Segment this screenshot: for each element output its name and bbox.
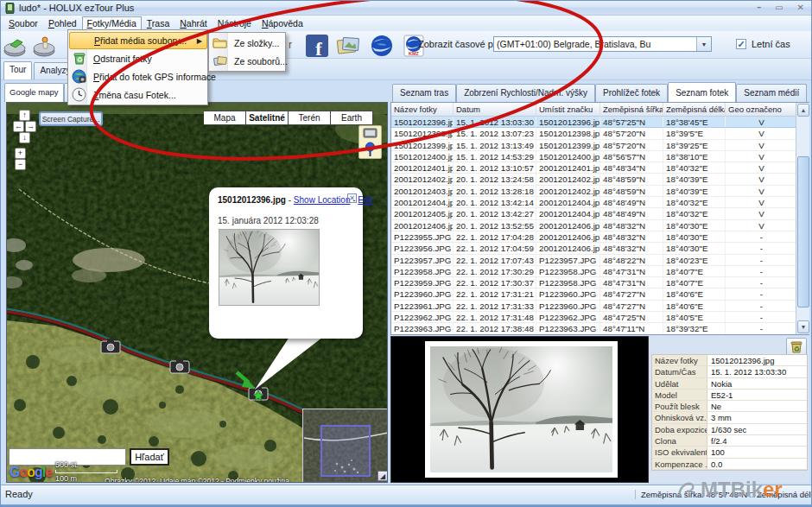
scale-upper-label: 500 st.: [55, 460, 117, 469]
close-button[interactable]: ✕: [797, 3, 804, 12]
table-row[interactable]: P1223958.JPG 22. 1. 2012 17:30:29 P12239…: [391, 266, 809, 277]
scrollbar-thumb[interactable]: [797, 156, 809, 307]
map-type-button[interactable]: Terén: [289, 111, 331, 125]
scroll-up-arrow[interactable]: ▲: [797, 104, 809, 117]
menu-item-add-media[interactable]: Přidat média soubory... ▶: [69, 32, 207, 49]
column-header[interactable]: Zeměpisná délka: [663, 103, 726, 116]
property-value: f/2.4: [707, 435, 807, 446]
minimap-viewport[interactable]: [320, 425, 371, 477]
property-label: Ohnisková vz...: [652, 412, 707, 422]
property-value: 3 mm: [707, 412, 807, 422]
copyright-terms-link[interactable]: Podmienky použitia: [225, 477, 289, 483]
google-earth-icon[interactable]: [370, 34, 394, 57]
minimize-button[interactable]: –: [757, 3, 761, 12]
column-header[interactable]: Název fotky: [391, 103, 454, 116]
table-row[interactable]: 15012012399.jpg 15. 1. 2012 13:13:49 150…: [391, 140, 809, 151]
table-row[interactable]: P1223962.JPG 22. 1. 2012 17:31:48 P12239…: [391, 312, 809, 323]
table-row[interactable]: 20012012406.jpg 20. 1. 2012 13:52:55 200…: [391, 220, 809, 231]
map-type-button[interactable]: Earth: [331, 111, 373, 125]
map-type-button[interactable]: Satelitné: [246, 111, 289, 125]
balloon-title-row: 15012012396.jpg - Show Location - Edit: [218, 195, 356, 205]
balloon-photo-thumbnail[interactable]: [219, 229, 320, 306]
zoom-out-button[interactable]: −: [15, 159, 26, 170]
table-row[interactable]: 20012012404.jpg 20. 1. 2012 13:42:14 200…: [391, 197, 809, 208]
column-header[interactable]: Umístit značku: [536, 103, 600, 116]
menu-item[interactable]: Fotky/Média: [82, 16, 142, 30]
device-read-icon[interactable]: [3, 34, 27, 57]
copyright-imagery-link[interactable]: Obrázky ©2012: [105, 477, 155, 483]
device-upload-icon[interactable]: [32, 34, 56, 57]
table-row[interactable]: 20012012402.jpg 20. 1. 2012 13:24:58 200…: [391, 174, 809, 185]
map-search-button[interactable]: Hľadať: [130, 448, 169, 466]
scroll-down-arrow[interactable]: ▼: [797, 320, 809, 333]
table-row[interactable]: 20012012401.jpg 20. 1. 2012 13:10:57 200…: [391, 162, 809, 174]
menu-item[interactable]: Nahrát: [174, 16, 213, 30]
table-row[interactable]: P1223956.JPG 22. 1. 2012 17:04:59 200120…: [391, 243, 809, 254]
table-row[interactable]: P1223963.JPG 22. 1. 2012 17:38:48 P12239…: [391, 323, 809, 334]
folder-icon: [213, 35, 227, 50]
facebook-icon[interactable]: f: [305, 34, 329, 57]
media-overlay-control[interactable]: [358, 125, 382, 159]
timezone-combobox[interactable]: (GMT+01:00) Belgrade, Bratislava, Bu ▼: [493, 36, 712, 52]
right-panel-tab[interactable]: Seznam médií: [736, 84, 807, 102]
table-row[interactable]: 15012012396.jpg 15. 1. 2012 13:03:30 150…: [391, 117, 809, 128]
summer-time-label: Letní čas: [752, 39, 790, 49]
screen-capture-button[interactable]: Screen Capture...: [39, 111, 103, 126]
menu-item[interactable]: Soubor: [3, 16, 43, 30]
menu-item[interactable]: Nástroje: [213, 16, 257, 30]
column-header[interactable]: Datum: [454, 103, 536, 116]
submenu-item-from-files[interactable]: Ze souborů...: [210, 52, 285, 70]
table-scrollbar[interactable]: ▲ ▼: [796, 103, 809, 334]
balloon-close-icon[interactable]: ✕: [347, 193, 357, 203]
summer-time-checkbox[interactable]: ✓: [736, 39, 746, 49]
pan-right-button[interactable]: →: [25, 121, 36, 132]
photo-preview[interactable]: [430, 346, 612, 472]
gps-globe-icon: [72, 69, 86, 84]
menu-item-change-photo-time[interactable]: Změna času Fotek...: [69, 86, 207, 104]
show-location-link[interactable]: Show Location: [294, 195, 351, 205]
right-panel-tab[interactable]: Seznam tras: [392, 84, 456, 102]
delete-photo-button[interactable]: ♻: [786, 338, 807, 356]
menu-item-add-gps-info[interactable]: Přidat do fotek GPS informace: [69, 68, 207, 86]
map-panel-tab[interactable]: Google mapy: [4, 83, 64, 102]
zoom-in-button[interactable]: +: [15, 148, 26, 159]
copyright-mapdata-link[interactable]: Údaje máp ©2012: [160, 477, 219, 483]
combobox-dropdown-arrow[interactable]: ▼: [696, 37, 711, 51]
right-panel-tab[interactable]: Prohlížeč fotek: [595, 84, 668, 102]
pan-down-button[interactable]: ↓: [19, 132, 30, 143]
maximize-button[interactable]: ▭: [775, 3, 783, 12]
table-row[interactable]: 15012012398.jpg 15. 1. 2012 13:07:23 150…: [391, 128, 809, 139]
menu-item[interactable]: Nápověda: [257, 16, 308, 30]
submenu-item-from-folder[interactable]: Ze složky...: [210, 34, 285, 52]
property-row: ISO ekvivalent 100: [652, 447, 807, 458]
pan-up-button[interactable]: ↑: [19, 110, 30, 121]
table-row[interactable]: P1223961.JPG 22. 1. 2012 17:31:33 P12239…: [391, 301, 809, 312]
table-row[interactable]: P1223955.JPG 22. 1. 2012 17:04:28 200120…: [391, 231, 809, 243]
right-tab-row: Seznam trasZobrzení Rychlosti/Nadm. výšk…: [392, 82, 807, 102]
map-type-button[interactable]: Mapa: [204, 111, 246, 125]
minimap-resize-handle[interactable]: ◢: [377, 471, 388, 481]
table-row[interactable]: 20012012403.jpg 20. 1. 2012 13:28:18 200…: [391, 186, 809, 197]
table-row[interactable]: 20012012405.jpg 20. 1. 2012 13:42:27 200…: [391, 208, 809, 219]
main-tab[interactable]: Tour: [3, 61, 32, 79]
minimap[interactable]: ◢: [303, 409, 388, 482]
menu-item-remove-photos[interactable]: ♻ Odstranit fotky: [69, 50, 207, 67]
column-header[interactable]: Zeměpisná šířka: [600, 103, 663, 116]
table-row[interactable]: P1223960.JPG 22. 1. 2012 17:31:21 P12239…: [391, 288, 809, 300]
map-view[interactable]: ↑ ← → ↓ + − Screen Capture... MapaSateli…: [6, 102, 388, 483]
photo-map-icon[interactable]: [336, 34, 360, 57]
menu-item[interactable]: Pohled: [43, 16, 82, 30]
column-header[interactable]: Geo označeno: [726, 103, 798, 116]
title-bar[interactable]: ludo* - HOLUX ezTour Plus – ▭ ✕: [1, 1, 812, 16]
photo-properties-table: Název fotky 15012012396.jpg Datum/Čas 15…: [651, 354, 808, 471]
table-row[interactable]: 15012012400.jpg 15. 1. 2012 14:53:29 150…: [391, 151, 809, 162]
svg-text:f: f: [315, 38, 322, 57]
table-row[interactable]: P1223959.JPG 22. 1. 2012 17:30:37 P12239…: [391, 277, 809, 288]
right-panel-tab[interactable]: Zobrzení Rychlosti/Nadm. výšky: [456, 84, 595, 102]
right-panel-tab[interactable]: Seznam fotek: [668, 82, 736, 102]
table-row[interactable]: P1223957.JPG 22. 1. 2012 17:07:43 P12239…: [391, 255, 809, 266]
status-text: Ready: [5, 489, 33, 499]
pan-left-button[interactable]: ←: [13, 121, 24, 132]
menu-item[interactable]: Trasa: [142, 16, 174, 30]
edit-link[interactable]: Edit: [358, 195, 372, 205]
